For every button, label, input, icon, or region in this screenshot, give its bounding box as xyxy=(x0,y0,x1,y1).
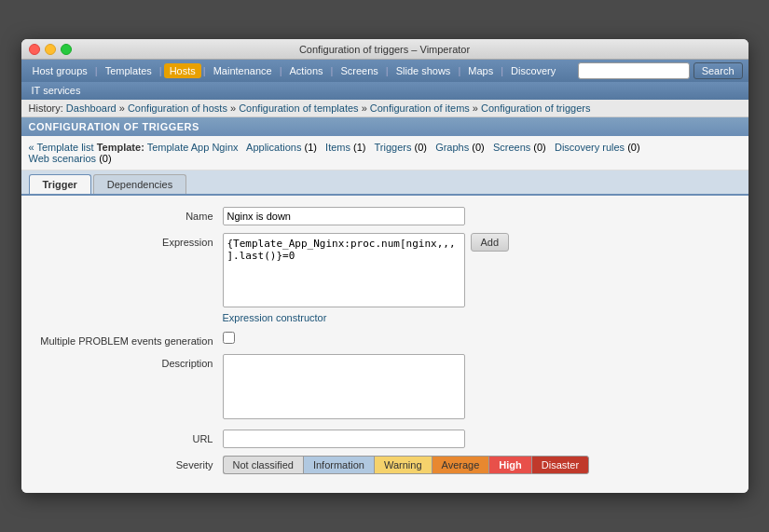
severity-warning-button[interactable]: Warning xyxy=(374,456,432,474)
nav-it-services[interactable]: IT services xyxy=(27,84,86,97)
nav-bar: Host groups | Templates | Hosts | Mainte… xyxy=(21,60,748,82)
items-link[interactable]: Items xyxy=(325,142,350,153)
severity-row: Severity Not classified Information Warn… xyxy=(36,456,734,474)
severity-disaster-button[interactable]: Disaster xyxy=(531,456,589,474)
search-input[interactable] xyxy=(578,62,690,79)
name-control xyxy=(223,207,734,225)
screens-count: (0) xyxy=(533,142,545,153)
url-control xyxy=(223,430,734,448)
breadcrumb-hosts[interactable]: Configuration of hosts xyxy=(128,102,227,114)
window-title: Configuration of triggers – Vimperator xyxy=(299,44,470,55)
nav-maintenance[interactable]: Maintenance xyxy=(208,63,278,78)
severity-label: Severity xyxy=(36,456,223,471)
severity-not-classified-button[interactable]: Not classified xyxy=(223,456,303,474)
form-body: Name Expression {Template_App_Nginx:proc… xyxy=(21,196,748,493)
url-input[interactable] xyxy=(223,430,465,448)
main-window: Configuration of triggers – Vimperator H… xyxy=(21,39,748,493)
url-row: URL xyxy=(36,430,734,448)
maximize-button[interactable] xyxy=(61,44,72,55)
breadcrumb-bar: History: Dashboard » Configuration of ho… xyxy=(21,100,748,117)
expression-row: Expression {Template_App_Nginx:proc.num[… xyxy=(36,233,734,324)
triggers-link[interactable]: Triggers xyxy=(375,142,412,153)
nav-search-area: Search xyxy=(578,62,743,79)
name-input[interactable] xyxy=(223,207,465,225)
tabs-bar: Trigger Dependencies xyxy=(21,171,748,196)
applications-count: (1) xyxy=(304,142,316,153)
nav-maps[interactable]: Maps xyxy=(462,63,499,78)
severity-average-button[interactable]: Average xyxy=(432,456,489,474)
expression-constructor-link[interactable]: Expression constructor xyxy=(223,312,327,323)
section-header: CONFIGURATION OF TRIGGERS xyxy=(21,117,748,136)
breadcrumb-triggers[interactable]: Configuration of triggers xyxy=(481,102,590,114)
multiple-problem-label: Multiple PROBLEM events generation xyxy=(36,332,223,347)
expression-control: {Template_App_Nginx:proc.num[nginx,,,].l… xyxy=(223,233,734,324)
name-row: Name xyxy=(36,207,734,225)
severity-information-button[interactable]: Information xyxy=(303,456,374,474)
severity-control: Not classified Information Warning Avera… xyxy=(223,456,734,474)
url-label: URL xyxy=(36,430,223,444)
template-name-link[interactable]: Template App Nginx xyxy=(147,142,239,153)
expression-label: Expression xyxy=(36,233,223,248)
triggers-count: (0) xyxy=(415,142,427,153)
expression-area: {Template_App_Nginx:proc.num[nginx,,,].l… xyxy=(223,233,734,307)
template-label: Template: xyxy=(97,142,147,153)
multiple-problem-checkbox[interactable] xyxy=(223,332,235,344)
close-button[interactable] xyxy=(29,44,40,55)
breadcrumb-templates[interactable]: Configuration of templates xyxy=(239,102,358,114)
web-scenarios-link[interactable]: Web scenarios xyxy=(29,153,97,164)
multiple-problem-row: Multiple PROBLEM events generation xyxy=(36,332,734,347)
nav-host-groups[interactable]: Host groups xyxy=(27,63,93,78)
add-expression-button[interactable]: Add xyxy=(471,233,510,252)
web-scenarios-count: (0) xyxy=(99,153,111,164)
nav-slide-shows[interactable]: Slide shows xyxy=(391,63,457,78)
items-count: (1) xyxy=(353,142,365,153)
description-control xyxy=(223,354,734,422)
nav-hosts[interactable]: Hosts xyxy=(164,63,201,78)
breadcrumb-dashboard[interactable]: Dashboard xyxy=(66,102,117,114)
nav-actions[interactable]: Actions xyxy=(284,63,329,78)
graphs-link[interactable]: Graphs xyxy=(435,142,469,153)
nav-screens[interactable]: Screens xyxy=(335,63,383,78)
name-label: Name xyxy=(36,207,223,222)
discovery-rules-count: (0) xyxy=(627,142,639,153)
discovery-rules-link[interactable]: Discovery rules xyxy=(555,142,625,153)
expression-textarea[interactable]: {Template_App_Nginx:proc.num[nginx,,,].l… xyxy=(223,233,465,307)
minimize-button[interactable] xyxy=(45,44,56,55)
screens-link[interactable]: Screens xyxy=(493,142,530,153)
sub-nav: IT services xyxy=(21,82,748,100)
template-list-link[interactable]: « Template list xyxy=(29,142,94,153)
graphs-count: (0) xyxy=(472,142,484,153)
nav-templates[interactable]: Templates xyxy=(100,63,158,78)
multiple-problem-control xyxy=(223,332,734,347)
history-label: History: xyxy=(29,102,63,114)
tab-trigger[interactable]: Trigger xyxy=(29,174,91,194)
description-textarea[interactable] xyxy=(223,354,465,419)
titlebar: Configuration of triggers – Vimperator xyxy=(21,39,748,60)
nav-discovery[interactable]: Discovery xyxy=(505,63,561,78)
search-button[interactable]: Search xyxy=(693,62,743,79)
applications-link[interactable]: Applications xyxy=(246,142,301,153)
traffic-lights xyxy=(29,44,72,55)
description-label: Description xyxy=(36,354,223,369)
tab-dependencies[interactable]: Dependencies xyxy=(93,174,186,194)
template-nav: « Template list Template: Template App N… xyxy=(21,136,748,171)
severity-high-button[interactable]: High xyxy=(488,456,530,474)
breadcrumb-items[interactable]: Configuration of items xyxy=(370,102,470,114)
description-row: Description xyxy=(36,354,734,422)
severity-buttons: Not classified Information Warning Avera… xyxy=(223,456,734,474)
